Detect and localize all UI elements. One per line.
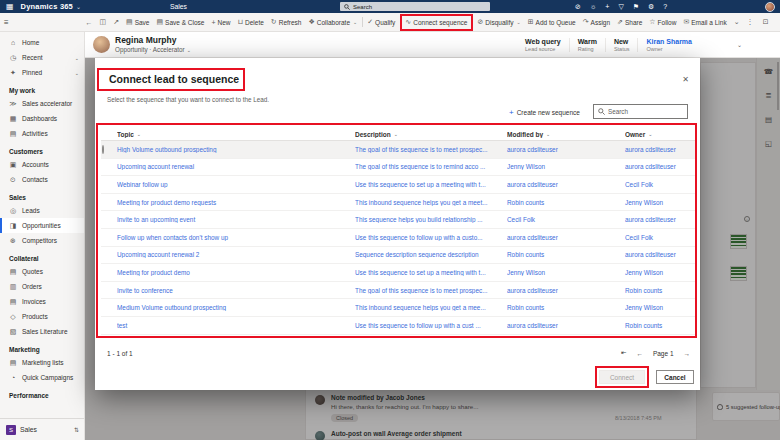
waffle-icon[interactable]: ▦ <box>6 0 14 13</box>
sidebar-item-label: Leads <box>22 207 40 214</box>
sequence-row[interactable]: Invite to an upcoming eventThis sequence… <box>101 211 695 229</box>
cmd-feedback[interactable]: ⊡ <box>759 13 772 32</box>
dialog-buttons: Connect Cancel <box>595 366 694 388</box>
cmd-collaborate[interactable]: ❖Collaborate⌄ <box>305 13 361 32</box>
filter-icon[interactable]: ▽ <box>618 3 623 11</box>
cell-modified-by: aurora cdsliteuser <box>507 322 625 329</box>
help-icon[interactable]: ? <box>663 3 667 10</box>
cancel-button[interactable]: Cancel <box>656 370 694 384</box>
sequence-search-input[interactable]: Search <box>593 104 688 119</box>
sidebar-item-competitors[interactable]: ⊛Competitors <box>0 233 84 248</box>
create-new-sequence-button[interactable]: + Create new sequence <box>509 108 580 117</box>
cmd-popout[interactable]: ↗ <box>110 13 123 32</box>
cell-topic[interactable]: Medium Volume outbound prospecting <box>117 304 355 311</box>
sequence-row[interactable]: Meeting for product demoUse this sequenc… <box>101 264 695 282</box>
cmd-email-a-link-label: Email a Link <box>691 19 726 26</box>
cell-owner: aurora cdsliteuser <box>625 146 695 153</box>
competitors-icon: ⊛ <box>9 237 17 245</box>
cmd-follow[interactable]: ☆Follow <box>646 13 680 32</box>
settings-gear-icon[interactable]: ⚙ <box>648 3 654 11</box>
hamburger-icon[interactable]: ≡ <box>4 13 9 32</box>
sidebar-group-marketing: Marketing <box>0 339 84 355</box>
sidebar-item-accounts[interactable]: ▣Accounts <box>0 157 84 172</box>
stat-value[interactable]: Kiran Sharma <box>646 38 692 45</box>
cell-topic[interactable]: Webinar follow up <box>117 181 355 188</box>
sidebar-item-sales-accelerator[interactable]: ≫Sales accelerator <box>0 96 84 111</box>
sequence-row[interactable]: Upcoming account renewal 2Sequence descr… <box>101 247 695 265</box>
sidebar-item-activities[interactable]: ▤Activities <box>0 126 84 141</box>
cmd-assign[interactable]: ↷Assign <box>579 13 613 32</box>
sequence-row[interactable]: testUse this sequence to follow up with … <box>101 317 695 335</box>
flag-icon[interactable]: ⚑ <box>633 3 639 11</box>
cell-topic[interactable]: Meeting for product demo requests <box>117 199 355 206</box>
cell-topic[interactable]: Invite to conference <box>117 287 355 294</box>
close-icon[interactable]: ✕ <box>682 75 689 84</box>
cell-topic[interactable]: test <box>117 322 355 329</box>
sequence-row[interactable]: Upcoming account renewalThe goal of this… <box>101 159 695 177</box>
cmd-back[interactable]: ← <box>82 13 96 32</box>
sequence-row[interactable]: Meeting for product demo requestsThis in… <box>101 194 695 212</box>
cell-topic[interactable]: Meeting for product demo <box>117 269 355 276</box>
global-search-input[interactable]: Search <box>340 2 490 11</box>
column-header-topic[interactable]: Topic⌄ <box>117 131 355 138</box>
presence-icon[interactable]: ⊘ <box>575 3 581 11</box>
column-header-description[interactable]: Description⌄ <box>355 131 507 138</box>
cmd-new[interactable]: +New <box>208 13 234 32</box>
row-radio-button[interactable] <box>102 145 104 154</box>
area-switcher[interactable]: S Sales ⇅ <box>0 418 85 440</box>
cmd-overflow-chevron[interactable]: ⌄ <box>730 13 743 32</box>
cell-topic[interactable]: Invite to an upcoming event <box>117 216 355 223</box>
cmd-more[interactable]: ⋮ <box>743 13 757 32</box>
sidebar-item-marketing-lists[interactable]: ▤Marketing lists <box>0 355 84 370</box>
column-header-modified-by[interactable]: Modified by⌄ <box>507 131 625 138</box>
cmd-panel[interactable]: ◫ <box>96 13 110 32</box>
sidebar-item-sales-literature[interactable]: ▧Sales Literature <box>0 324 84 339</box>
sidebar-item-quick-campaigns[interactable]: ◔Quick Campaigns <box>0 370 84 385</box>
cmd-share[interactable]: ⇗Share <box>614 13 646 32</box>
sequence-row[interactable]: Invite to conferenceThe goal of this seq… <box>101 282 695 300</box>
cell-description: The goal of this sequence is to meet pro… <box>355 146 507 153</box>
sequence-row[interactable]: Follow up when contacts don't show upUse… <box>101 229 695 247</box>
sidebar-item-products[interactable]: ◇Products <box>0 309 84 324</box>
cell-topic[interactable]: Upcoming account renewal 2 <box>117 251 355 258</box>
app-title[interactable]: Dynamics 365 <box>21 2 73 11</box>
user-avatar[interactable] <box>765 2 775 12</box>
sidebar-item-dashboards[interactable]: ▦Dashboards <box>0 111 84 126</box>
column-header-owner[interactable]: Owner⌄ <box>625 131 695 138</box>
cmd-connect-sequence[interactable]: ∿Connect sequence <box>402 13 471 32</box>
cell-topic[interactable]: High Volume outbound prospecting <box>117 146 355 153</box>
sidebar-item-opportunities[interactable]: ◨Opportunities <box>0 218 84 233</box>
sequence-row[interactable]: High Volume outbound prospectingThe goal… <box>101 141 695 159</box>
sequence-row[interactable]: Medium Volume outbound prospectingThis i… <box>101 299 695 317</box>
sidebar-item-recent[interactable]: ◷Recent⌄ <box>0 50 84 65</box>
sidebar-item-quotes[interactable]: ▤Quotes <box>0 264 84 279</box>
cmd-add-to-queue[interactable]: ⊞Add to Queue <box>524 13 579 32</box>
prev-page-icon[interactable]: ← <box>636 350 643 357</box>
cmd-disqualify[interactable]: ⊘Disqualify⌄ <box>474 13 524 32</box>
sidebar-item-orders[interactable]: ▥Orders <box>0 279 84 294</box>
sidebar-item-contacts[interactable]: ⊙Contacts <box>0 172 84 187</box>
cell-owner: Jenny Wilson <box>625 199 695 206</box>
next-page-icon[interactable]: → <box>684 350 691 357</box>
sidebar-item-pinned[interactable]: ✦Pinned⌄ <box>0 65 84 80</box>
lightbulb-icon[interactable]: ☼ <box>590 3 596 10</box>
first-page-icon[interactable]: ⇤ <box>621 349 626 357</box>
sidebar-item-home[interactable]: ⌂Home <box>0 35 84 50</box>
connect-button[interactable]: Connect <box>599 370 645 384</box>
sequence-row[interactable]: Webinar follow upUse this sequence to se… <box>101 176 695 194</box>
cmd-qualify[interactable]: ✓Qualify <box>364 13 399 32</box>
cmd-email-a-link[interactable]: ✉Email a Link <box>680 13 730 32</box>
cmd-refresh[interactable]: ↻Refresh <box>267 13 305 32</box>
sidebar-item-leads[interactable]: ◎Leads <box>0 203 84 218</box>
chevron-down-icon[interactable]: ⌄ <box>737 41 742 48</box>
cell-topic[interactable]: Upcoming account renewal <box>117 163 355 170</box>
sidebar-item-invoices[interactable]: ▤Invoices <box>0 294 84 309</box>
marketing-lists-icon: ▤ <box>9 359 17 367</box>
record-entity[interactable]: Opportunity · Accelerator⌄ <box>115 46 191 53</box>
plus-icon[interactable]: + <box>605 3 609 10</box>
cmd-delete[interactable]: ⊔Delete <box>234 13 267 32</box>
cell-topic[interactable]: Follow up when contacts don't show up <box>117 234 355 241</box>
cmd-save[interactable]: ▤Save <box>123 13 153 32</box>
cmd-save-and-close[interactable]: ▤Save & Close <box>153 13 208 32</box>
sidebar-item-label: Dashboards <box>22 115 57 122</box>
